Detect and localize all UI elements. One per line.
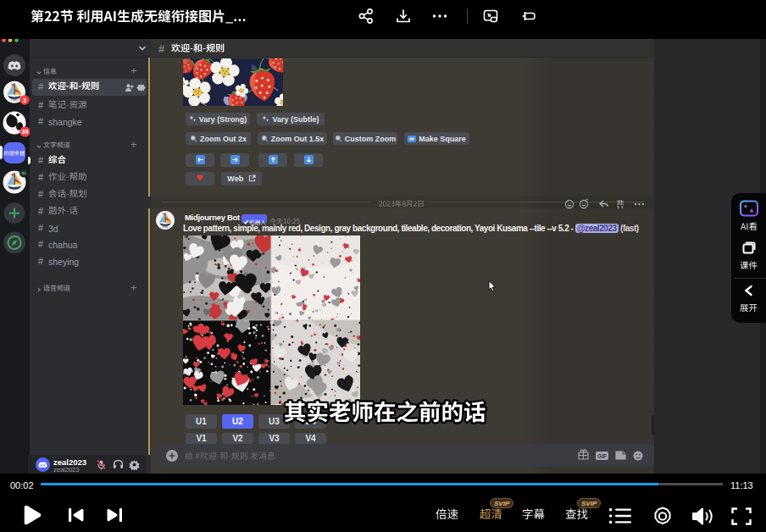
svg-text:2: 2 bbox=[23, 97, 26, 104]
svg-text:GIF: GIF bbox=[597, 453, 607, 459]
svg-text:ZEAL: ZEAL bbox=[162, 225, 169, 229]
svg-text:ZEAL: ZEAL bbox=[11, 98, 19, 102]
svg-text:39: 39 bbox=[22, 129, 29, 135]
